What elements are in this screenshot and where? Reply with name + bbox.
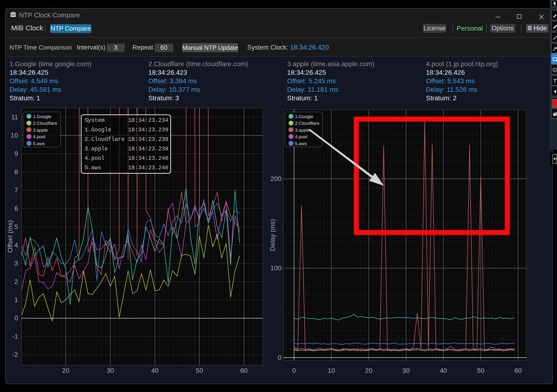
svg-text:1: 1 bbox=[554, 69, 556, 71]
